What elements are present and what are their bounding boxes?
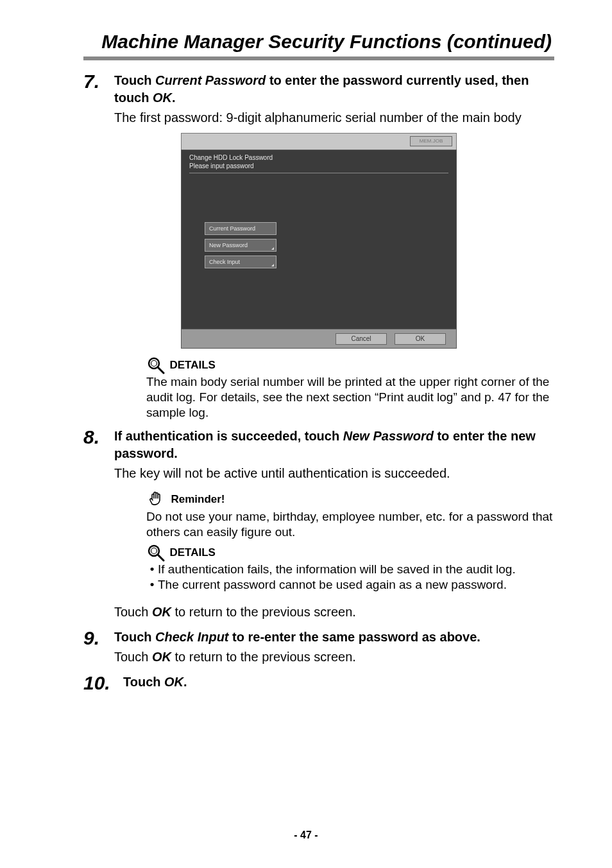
keyword-ok: OK: [152, 605, 171, 619]
text: Touch: [114, 630, 155, 644]
details-block-1: DETAILS The main body serial number will…: [146, 356, 554, 420]
step-7-body: The first password: 9-digit alphanumeric…: [114, 109, 554, 126]
hand-icon: [146, 490, 166, 509]
text: to return to the previous screen.: [171, 650, 356, 664]
details-block-2: DETAILS • If authentication fails, the i…: [146, 544, 554, 593]
magnifier-icon: [146, 544, 166, 562]
step-10-number: 10.: [83, 673, 123, 693]
new-password-button: New Password: [205, 239, 276, 252]
step-8-number: 8.: [83, 428, 114, 447]
step-8-heading: If authentication is succeeded, touch Ne…: [114, 428, 554, 462]
bullet-1: If authentication fails, the information…: [158, 562, 516, 578]
step-7: 7. Touch Current Password to enter the p…: [83, 72, 554, 126]
step-9-number: 9.: [83, 629, 114, 648]
check-input-label: Check Input: [209, 259, 240, 265]
bullet-row: • If authentication fails, the informati…: [146, 562, 554, 578]
panel-body: Change HDD Lock Password Please input pa…: [181, 150, 457, 349]
keyword-current-password: Current Password: [155, 73, 266, 87]
text: Touch: [114, 650, 152, 664]
step-8-body: The key will not be active until authent…: [114, 465, 554, 482]
check-input-button: Check Input: [205, 256, 276, 268]
reminder-label: Reminder!: [171, 493, 225, 505]
triangle-icon: [271, 264, 274, 266]
panel-cancel-button: Cancel: [336, 333, 387, 345]
bullet-row: • The current password cannot be used ag…: [146, 577, 554, 593]
reminder-block: Reminder! Do not use your name, birthday…: [146, 490, 554, 540]
new-password-label: New Password: [209, 242, 248, 248]
keyword-ok: OK: [164, 675, 183, 689]
memjob-button: MEM.JOB: [410, 136, 452, 146]
details-1-label: DETAILS: [169, 359, 215, 371]
step-10: 10. Touch OK.: [83, 673, 554, 693]
panel-heading-1: Change HDD Lock Password: [189, 154, 448, 162]
keyword-ok: OK: [152, 650, 171, 664]
title-rule: [83, 56, 554, 60]
text: .: [172, 91, 176, 105]
svg-point-1: [151, 361, 157, 367]
keyword-new-password: New Password: [343, 429, 434, 443]
bullet-dot: •: [146, 562, 158, 578]
svg-point-4: [151, 548, 157, 553]
step-9-body: Touch OK to return to the previous scree…: [114, 648, 554, 666]
keyword-check-input: Check Input: [155, 630, 228, 644]
triangle-icon: [271, 247, 274, 250]
step-9: 9. Touch Check Input to re-enter the sam…: [83, 629, 554, 666]
step-7-number: 7.: [83, 72, 114, 91]
text: .: [183, 675, 187, 689]
step-9-heading: Touch Check Input to re-enter the same p…: [114, 629, 554, 646]
panel-footer: Cancel OK: [182, 329, 456, 348]
step-10-heading: Touch OK.: [123, 673, 554, 691]
keyword-ok: OK: [153, 91, 172, 105]
text: to re-enter the same password as above.: [229, 630, 480, 644]
text: Touch: [114, 73, 155, 87]
return-line: Touch OK to return to the previous scree…: [114, 603, 554, 621]
text: Touch: [123, 675, 164, 689]
details-1-body: The main body serial number will be prin…: [146, 374, 554, 420]
panel-heading-2: Please input password: [189, 162, 448, 171]
section-title: Machine Manager Security Functions (cont…: [83, 31, 554, 55]
step-7-heading: Touch Current Password to enter the pass…: [114, 72, 554, 107]
step-8: 8. If authentication is succeeded, touch…: [83, 428, 554, 482]
svg-line-5: [158, 555, 164, 560]
reminder-body: Do not use your name, birthday, employee…: [146, 509, 554, 540]
panel-top-bar: MEM.JOB: [181, 133, 457, 150]
text: If authentication is succeeded, touch: [114, 429, 343, 443]
page-number: - 47 -: [0, 829, 612, 841]
panel-ok-button: OK: [395, 333, 446, 345]
embedded-screen: MEM.JOB Change HDD Lock Password Please …: [181, 133, 457, 349]
panel-header-rule: [189, 173, 448, 173]
details-2-bullets: • If authentication fails, the informati…: [146, 562, 554, 593]
details-2-label: DETAILS: [169, 546, 215, 559]
document-page: Machine Manager Security Functions (cont…: [0, 0, 612, 868]
bullet-2: The current password cannot be used agai…: [158, 577, 507, 593]
text: to return to the previous screen.: [171, 605, 356, 619]
magnifier-icon: [146, 356, 166, 374]
svg-line-2: [158, 367, 164, 373]
current-password-button: Current Password: [205, 222, 276, 235]
bullet-dot: •: [146, 577, 158, 593]
text: Touch: [114, 605, 152, 619]
current-password-label: Current Password: [209, 225, 255, 232]
